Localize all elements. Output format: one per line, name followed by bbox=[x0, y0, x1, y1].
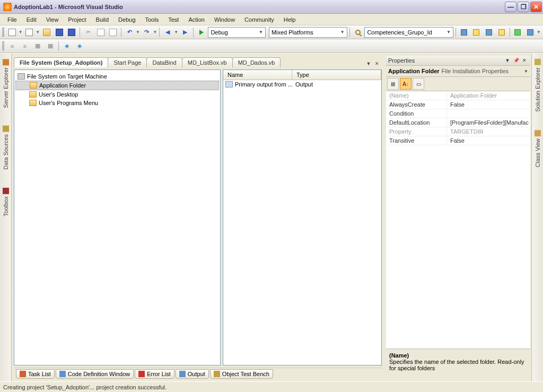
tab-icon bbox=[59, 371, 66, 377]
property-row[interactable]: (Name)Application Folder bbox=[386, 91, 530, 100]
bookmark2-btn[interactable]: ◈ bbox=[74, 40, 85, 52]
menu-view[interactable]: View bbox=[42, 15, 63, 24]
tree-item[interactable]: User's Desktop bbox=[15, 90, 219, 99]
menu-test[interactable]: Test bbox=[164, 15, 183, 24]
add-item-button[interactable] bbox=[24, 27, 36, 38]
app-icon bbox=[3, 3, 12, 11]
property-description: (Name) Specifies the name of the selecte… bbox=[386, 349, 530, 379]
left-dock-strip: Server ExplorerData SourcesToolbox bbox=[0, 54, 12, 381]
computer-icon bbox=[17, 73, 25, 80]
property-object-selector[interactable]: Application Folder File Installation Pro… bbox=[386, 66, 530, 77]
bookmark-btn[interactable]: ◈ bbox=[61, 40, 73, 52]
tree-root[interactable]: File System on Target Machine bbox=[15, 72, 219, 81]
close-button[interactable]: ✕ bbox=[530, 2, 542, 12]
menu-edit[interactable]: Edit bbox=[22, 15, 41, 24]
toolbar-grip[interactable] bbox=[2, 41, 4, 51]
folder-icon bbox=[30, 82, 37, 89]
panel-close-icon[interactable]: ✕ bbox=[521, 57, 528, 64]
new-project-button[interactable] bbox=[6, 27, 18, 38]
cut-button[interactable]: ✂ bbox=[82, 27, 94, 38]
tab-icon bbox=[214, 371, 220, 377]
indent-btn[interactable]: ≡ bbox=[6, 40, 18, 52]
column-header-type[interactable]: Type bbox=[292, 70, 381, 80]
panel-dropdown-icon[interactable]: ▼ bbox=[504, 57, 511, 64]
property-row[interactable]: TransitiveFalse bbox=[386, 136, 530, 145]
property-row[interactable]: AlwaysCreateFalse bbox=[386, 100, 530, 109]
list-item[interactable]: Primary output from ...Output bbox=[223, 80, 381, 89]
maximize-button[interactable]: ❐ bbox=[518, 2, 529, 12]
dock-tab-data-sources[interactable]: Data Sources bbox=[2, 123, 10, 173]
dock-tab-toolbox[interactable]: Toolbox bbox=[2, 185, 10, 220]
tool-btn-c[interactable] bbox=[483, 27, 495, 38]
bottom-tab-code-definition-window[interactable]: Code Definition Window bbox=[56, 369, 134, 379]
tool-btn-a[interactable] bbox=[458, 27, 470, 38]
tab-close-icon[interactable]: ✕ bbox=[373, 60, 381, 67]
platform-value: Mixed Platforms bbox=[272, 29, 340, 36]
panel-pin-icon[interactable]: 📌 bbox=[512, 57, 520, 64]
doc-tab[interactable]: File System (Setup_Adoption) bbox=[14, 57, 108, 67]
panel-title: Properties bbox=[388, 57, 503, 64]
paste-button[interactable] bbox=[108, 27, 119, 38]
window-buttons: — ❐ ✕ bbox=[505, 2, 542, 12]
alphabetical-button[interactable]: A↓ bbox=[400, 78, 411, 90]
open-button[interactable] bbox=[41, 27, 52, 38]
menu-tools[interactable]: Tools bbox=[141, 15, 163, 24]
bottom-tab-error-list[interactable]: Error List bbox=[135, 369, 174, 379]
save-button[interactable] bbox=[54, 27, 65, 38]
save-all-button[interactable] bbox=[66, 27, 78, 38]
doc-tab[interactable]: MD_Dados.vb bbox=[232, 57, 281, 67]
categorized-button[interactable]: ⊞ bbox=[387, 78, 399, 90]
find-combo[interactable]: Competencies_Grupo_Id ▼ bbox=[364, 27, 453, 38]
uncomment-btn[interactable]: ▦ bbox=[45, 40, 56, 52]
nav-back-button[interactable]: ◀ bbox=[162, 27, 173, 38]
column-header-name[interactable]: Name bbox=[223, 70, 292, 80]
tool-btn-f[interactable] bbox=[524, 27, 536, 38]
tool-btn-d[interactable] bbox=[496, 27, 507, 38]
tree-item[interactable]: User's Programs Menu bbox=[15, 99, 219, 107]
properties-grid[interactable]: (Name)Application FolderAlwaysCreateFals… bbox=[386, 91, 530, 349]
desc-name: (Name) bbox=[389, 352, 527, 359]
redo-button[interactable]: ↷ bbox=[141, 27, 153, 38]
tool-btn-b[interactable] bbox=[471, 27, 483, 38]
copy-button[interactable] bbox=[95, 27, 107, 38]
menu-window[interactable]: Window bbox=[210, 15, 239, 24]
tool-btn-e[interactable] bbox=[512, 27, 524, 38]
configuration-combo[interactable]: Debug ▼ bbox=[208, 27, 265, 38]
menu-debug[interactable]: Debug bbox=[114, 15, 139, 24]
menu-action[interactable]: Action bbox=[184, 15, 209, 24]
menu-build[interactable]: Build bbox=[92, 15, 113, 24]
toolbar-grip[interactable] bbox=[2, 28, 4, 37]
property-object-type: File Installation Properties bbox=[442, 68, 509, 74]
bottom-tab-output[interactable]: Output bbox=[176, 369, 209, 379]
find-button[interactable] bbox=[352, 27, 364, 38]
start-button[interactable] bbox=[196, 27, 207, 38]
folder-icon bbox=[29, 91, 37, 98]
doc-tab[interactable]: MD_ListBox.vb bbox=[182, 57, 233, 67]
dock-tab-solution-explorer[interactable]: Solution Explorer bbox=[533, 56, 542, 115]
toolbar-secondary: ≡ ≡ ▦ ▦ ◈ ◈ bbox=[0, 39, 543, 53]
minimize-button[interactable]: — bbox=[505, 2, 516, 12]
outdent-btn[interactable]: ≡ bbox=[19, 40, 31, 52]
menu-project[interactable]: Project bbox=[64, 15, 90, 24]
dock-tab-class-view[interactable]: Class View bbox=[533, 127, 542, 170]
property-row[interactable]: PropertyTARGETDIR bbox=[386, 127, 530, 136]
property-row[interactable]: DefaultLocation[ProgramFilesFolder][Manu… bbox=[386, 118, 530, 127]
undo-button[interactable]: ↶ bbox=[124, 27, 135, 38]
menu-file[interactable]: File bbox=[3, 15, 21, 24]
titlebar: AdoptionLab1 - Microsoft Visual Studio —… bbox=[0, 0, 543, 14]
bottom-tab-object-test-bench[interactable]: Object Test Bench bbox=[210, 369, 273, 379]
dock-tab-server-explorer[interactable]: Server Explorer bbox=[2, 56, 10, 111]
menu-community[interactable]: Community bbox=[240, 15, 278, 24]
property-row[interactable]: Condition bbox=[386, 109, 530, 118]
tree-item[interactable]: Application Folder bbox=[15, 81, 219, 90]
property-pages-button[interactable]: ▭ bbox=[413, 78, 424, 90]
nav-fwd-button[interactable]: ▶ bbox=[179, 27, 191, 38]
platform-combo[interactable]: Mixed Platforms ▼ bbox=[269, 27, 347, 38]
tab-dropdown-icon[interactable]: ▼ bbox=[365, 60, 372, 67]
bottom-tab-task-list[interactable]: Task List bbox=[16, 369, 55, 379]
comment-btn[interactable]: ▦ bbox=[32, 40, 43, 52]
doc-tab[interactable]: DataBind bbox=[146, 57, 182, 67]
doc-tab[interactable]: Start Page bbox=[108, 57, 147, 67]
menu-help[interactable]: Help bbox=[279, 15, 300, 24]
status-text: Creating project 'Setup_Adoption'... pro… bbox=[3, 384, 167, 390]
